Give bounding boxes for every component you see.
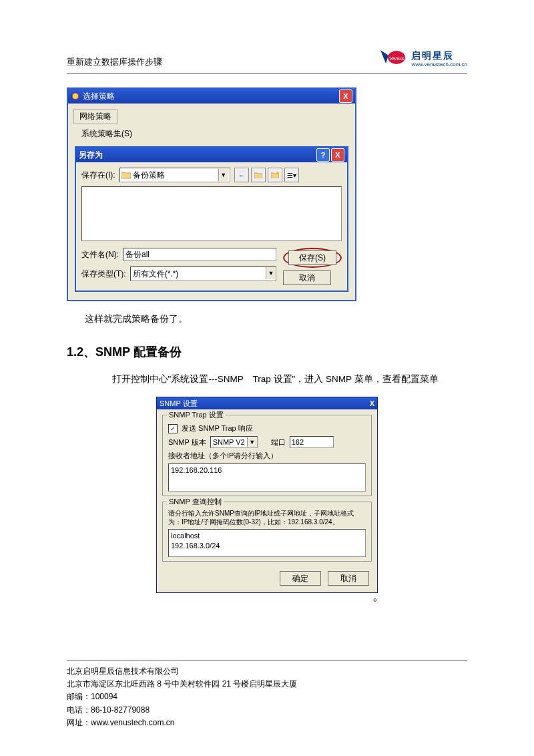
- cancel-button[interactable]: 取消: [283, 270, 331, 285]
- footer-phone: 电话：86-10-82779088: [67, 704, 467, 717]
- close-icon[interactable]: X: [370, 399, 374, 407]
- send-trap-label: 发送 SNMP Trap 响应: [182, 423, 253, 433]
- page-footer: 北京启明星辰信息技术有限公司 北京市海淀区东北旺西路 8 号中关村软件园 21 …: [67, 660, 467, 729]
- header-title: 重新建立数据库操作步骤: [67, 56, 162, 68]
- snmp-query-group-title: SNMP 查询控制: [167, 497, 224, 507]
- ok-button[interactable]: 确定: [280, 571, 321, 586]
- snmp-version-value: SNMP V2: [211, 438, 247, 446]
- snmp-window-title: SNMP 设置: [160, 399, 198, 409]
- filetype-dropdown[interactable]: 所有文件(*.*) ▼: [130, 266, 276, 281]
- tab-network-policy[interactable]: 网络策略: [73, 109, 117, 124]
- policy-window: 选择策略 X 网络策略 系统策略集(S) 另存为 ? X 保存在(I):: [67, 87, 356, 301]
- dropdown-arrow-icon: ▼: [218, 169, 228, 181]
- snmp-version-dropdown[interactable]: SNMP V2 ▼: [210, 436, 258, 448]
- filetype-label: 保存类型(T):: [81, 268, 126, 280]
- save-button-highlight: 保存(S): [283, 248, 342, 268]
- close-icon[interactable]: X: [339, 89, 352, 103]
- save-as-dialog: 另存为 ? X 保存在(I): 备份策略 ▼: [75, 146, 348, 292]
- save-dialog-title: 另存为: [79, 150, 103, 161]
- cancel-button[interactable]: 取消: [328, 571, 369, 586]
- receiver-label: 接收者地址（多个IP请分行输入）: [168, 451, 278, 461]
- save-in-dropdown[interactable]: 备份策略 ▼: [119, 168, 230, 182]
- footer-company: 北京启明星辰信息技术有限公司: [67, 665, 467, 678]
- help-icon[interactable]: ?: [316, 148, 330, 162]
- folder-icon: [121, 171, 131, 179]
- save-button[interactable]: 保存(S): [288, 250, 336, 265]
- footer-address: 北京市海淀区东北旺西路 8 号中关村软件园 21 号楼启明星辰大厦: [67, 678, 467, 691]
- folder-up-icon: [254, 172, 262, 178]
- folder-name: 备份策略: [133, 170, 165, 181]
- back-button[interactable]: ←: [234, 168, 249, 182]
- filename-input[interactable]: [123, 248, 276, 261]
- body-text-1: 这样就完成策略备份了。: [67, 311, 467, 328]
- venus-star-icon: Venus: [379, 47, 407, 70]
- footer-website: 网址：www.venustech.com.cn: [67, 717, 467, 729]
- up-folder-button[interactable]: [251, 168, 266, 182]
- dropdown-arrow-icon: ▼: [266, 267, 276, 279]
- save-in-label: 保存在(I):: [81, 170, 115, 181]
- snmp-query-addresses-input[interactable]: localhost 192.168.3.0/24: [168, 529, 366, 557]
- port-input[interactable]: [290, 436, 334, 448]
- send-trap-checkbox[interactable]: ✓: [168, 424, 178, 433]
- view-menu-button[interactable]: ☰▾: [284, 168, 299, 182]
- policy-titlebar[interactable]: 选择策略 X: [68, 89, 355, 104]
- snmp-trap-group-title: SNMP Trap 设置: [167, 410, 226, 420]
- menu-system-policy-set[interactable]: 系统策略集(S): [73, 126, 350, 144]
- filename-label: 文件名(N):: [81, 249, 119, 260]
- new-folder-icon: [271, 172, 279, 178]
- port-label: 端口: [271, 437, 286, 447]
- resize-grip-icon: ◦: [157, 593, 377, 607]
- svg-text:Venus: Venus: [389, 55, 404, 61]
- snmp-version-label: SNMP 版本: [168, 437, 206, 447]
- receiver-addresses-input[interactable]: 192.168.20.116: [168, 463, 366, 492]
- dropdown-arrow-icon: ▼: [247, 437, 257, 447]
- snmp-window: SNMP 设置 X SNMP Trap 设置 ✓ 发送 SNMP Trap 响应…: [156, 397, 378, 593]
- svg-point-2: [72, 93, 79, 100]
- footer-postcode: 邮编：100094: [67, 691, 467, 703]
- snmp-trap-group: SNMP Trap 设置 ✓ 发送 SNMP Trap 响应 SNMP 版本 S…: [162, 415, 372, 496]
- page-header: 重新建立数据库操作步骤 Venus 启明星辰 www.venustech.com…: [67, 40, 467, 74]
- section-heading: 1.2、SNMP 配置备份: [67, 344, 467, 360]
- snmp-query-hint: 请分行输入允许SNMP查询的IP地址或子网地址，子网地址格式为：IP地址/子网掩…: [168, 509, 366, 526]
- svg-point-3: [276, 172, 279, 174]
- filetype-value: 所有文件(*.*): [131, 267, 266, 280]
- window-icon: [71, 91, 80, 101]
- policy-window-title: 选择策略: [83, 91, 115, 102]
- logo-url: www.venustech.com.cn: [411, 61, 467, 68]
- file-list[interactable]: [81, 186, 342, 241]
- new-folder-button[interactable]: [268, 168, 282, 182]
- logo: Venus 启明星辰 www.venustech.com.cn: [379, 47, 467, 71]
- logo-name: 启明星辰: [411, 50, 467, 61]
- snmp-query-group: SNMP 查询控制 请分行输入允许SNMP查询的IP地址或子网地址，子网地址格式…: [162, 502, 372, 562]
- close-icon[interactable]: X: [331, 148, 344, 162]
- body-text-2: 打开控制中心"系统设置---SNMP Trap 设置"，进入 SNMP 菜单，查…: [67, 371, 467, 388]
